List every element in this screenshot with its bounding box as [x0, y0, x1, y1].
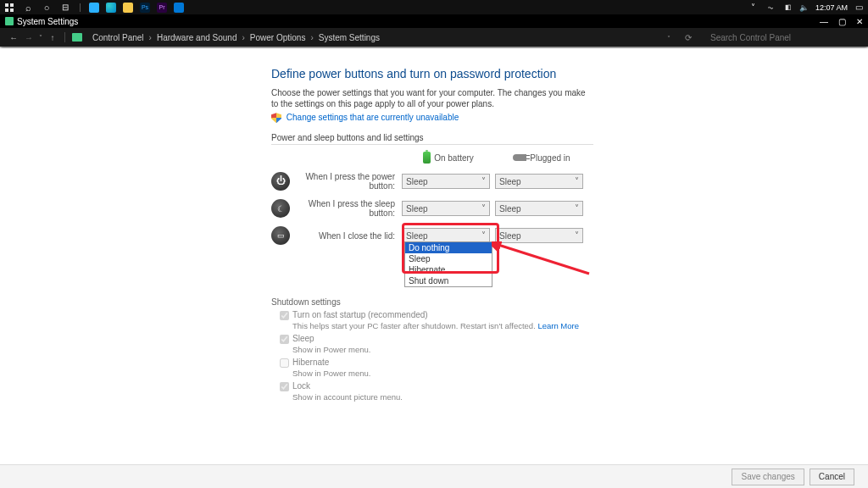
app-icon [5, 17, 14, 25]
nav-bar: ← → ˅ ↑ Control Panel Hardware and Sound… [0, 28, 868, 47]
task-view-icon[interactable] [59, 2, 71, 14]
wifi-icon[interactable] [765, 2, 776, 14]
sleep-option-help: Show in Power menu. [292, 345, 593, 354]
power-button-icon [271, 172, 290, 191]
nav-sep [64, 32, 65, 42]
tray-overflow-icon[interactable] [748, 2, 760, 14]
change-unavailable-link[interactable]: Change settings that are currently unava… [287, 113, 459, 122]
search-icon[interactable] [22, 2, 34, 14]
dropdown-option[interactable]: Do nothing [405, 242, 492, 253]
battery-column-icon [423, 152, 431, 164]
dropdown-option[interactable]: Shut down [405, 275, 492, 286]
nav-up[interactable]: ↑ [47, 33, 58, 42]
lid-close-label: When I close the lid: [292, 231, 402, 241]
minimize-button[interactable]: — [820, 17, 828, 26]
nav-forward[interactable]: → [24, 33, 34, 42]
window-title: System Settings [17, 17, 78, 26]
plugged-column-icon [513, 154, 526, 161]
lock-option-label: Lock [292, 381, 310, 391]
hibernate-option-help: Show in Power menu. [292, 369, 593, 378]
svg-line-0 [498, 245, 589, 274]
taskbar-divider [80, 3, 81, 12]
power-button-battery-dropdown[interactable]: Sleep [402, 174, 490, 189]
annotation-arrow [492, 241, 593, 275]
footer: Save changes Cancel [0, 464, 868, 488]
save-changes-button[interactable]: Save changes [732, 469, 804, 485]
breadcrumb-sep [149, 33, 152, 42]
learn-more-link[interactable]: Learn More [537, 321, 579, 330]
taskbar-app-premiere[interactable]: Pr [157, 3, 167, 13]
cancel-button[interactable]: Cancel [810, 469, 854, 485]
taskbar-app-generic[interactable] [89, 3, 99, 13]
page-subtitle: Choose the power settings that you want … [271, 87, 593, 109]
shutdown-settings-label: Shutdown settings [271, 297, 593, 307]
hibernate-checkbox[interactable] [280, 358, 289, 368]
dropdown-option[interactable]: Sleep [405, 253, 492, 264]
page-heading: Define power buttons and turn on passwor… [271, 67, 865, 80]
breadcrumb-item[interactable]: Hardware and Sound [157, 33, 237, 42]
address-dropdown-icon[interactable] [665, 33, 673, 42]
breadcrumb-item[interactable]: Control Panel [92, 33, 144, 42]
nav-recent[interactable]: ˅ [39, 34, 42, 42]
plugged-column-label: Plugged in [530, 153, 570, 163]
search-input[interactable] [707, 30, 860, 44]
taskbar: Ps Pr 12:07 AM [0, 0, 868, 14]
refresh-icon[interactable] [683, 33, 693, 42]
dropdown-option[interactable]: Hibernate [405, 264, 492, 275]
taskbar-app-edge[interactable] [106, 3, 116, 13]
lid-close-plugged-dropdown[interactable]: Sleep [495, 228, 583, 243]
fast-startup-help: This helps start your PC faster after sh… [292, 321, 593, 330]
sleep-button-plugged-dropdown[interactable]: Sleep [495, 201, 583, 216]
lid-close-icon [271, 226, 290, 245]
sleep-button-label: When I press the sleep button: [292, 199, 402, 218]
battery-icon[interactable] [782, 2, 793, 14]
breadcrumb-item[interactable]: System Settings [319, 33, 380, 42]
shield-icon [271, 113, 281, 123]
power-button-plugged-dropdown[interactable]: Sleep [495, 174, 583, 189]
battery-column-label: On battery [434, 153, 474, 163]
hibernate-option-label: Hibernate [292, 358, 329, 367]
clock[interactable]: 12:07 AM [815, 3, 848, 12]
close-button[interactable]: ✕ [856, 17, 863, 26]
sleep-button-battery-dropdown[interactable]: Sleep [402, 201, 490, 216]
maximize-button[interactable]: ▢ [838, 17, 846, 26]
taskbar-app-photoshop[interactable]: Ps [140, 3, 150, 13]
breadcrumb-sep [242, 33, 244, 42]
start-button[interactable] [3, 2, 15, 14]
taskbar-app-explorer[interactable] [123, 3, 133, 13]
sleep-checkbox[interactable] [280, 335, 289, 344]
volume-icon[interactable] [798, 2, 810, 14]
section-power-sleep: Power and sleep buttons and lid settings [271, 133, 593, 145]
power-button-label: When I press the power button: [292, 172, 402, 191]
breadcrumb-item[interactable]: Power Options [250, 33, 306, 42]
fast-startup-label: Turn on fast startup (recommended) [292, 310, 428, 319]
nav-back[interactable]: ← [8, 33, 19, 42]
sleep-button-icon [271, 199, 290, 218]
lock-checkbox[interactable] [280, 382, 289, 391]
lid-close-dropdown-list: Do nothing Sleep Hibernate Shut down [404, 241, 492, 287]
cortana-icon[interactable] [41, 2, 53, 14]
notifications-icon[interactable] [853, 2, 865, 14]
breadcrumb-sep [310, 33, 313, 42]
fast-startup-checkbox[interactable] [280, 311, 289, 320]
sleep-option-label: Sleep [292, 334, 314, 343]
breadcrumb: Control Panel Hardware and Sound Power O… [92, 33, 380, 42]
taskbar-app-settings[interactable] [174, 3, 184, 13]
nav-root-icon[interactable] [72, 33, 82, 42]
lock-option-help: Show in account picture menu. [292, 392, 593, 402]
window-titlebar: System Settings — ▢ ✕ [0, 14, 868, 28]
content-area: Define power buttons and turn on passwor… [0, 48, 868, 464]
